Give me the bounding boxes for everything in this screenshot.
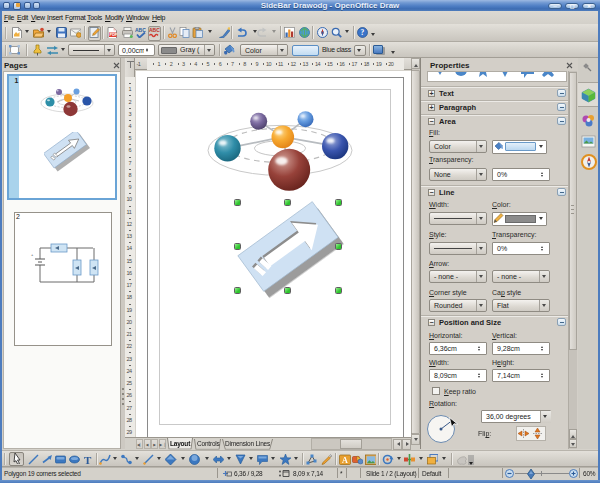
svg-text:T: T: [84, 454, 92, 465]
svg-text:PDF: PDF: [110, 33, 118, 37]
svg-text:ABC: ABC: [149, 27, 160, 33]
svg-text:A: A: [342, 456, 348, 465]
svg-text:?: ?: [360, 28, 364, 37]
